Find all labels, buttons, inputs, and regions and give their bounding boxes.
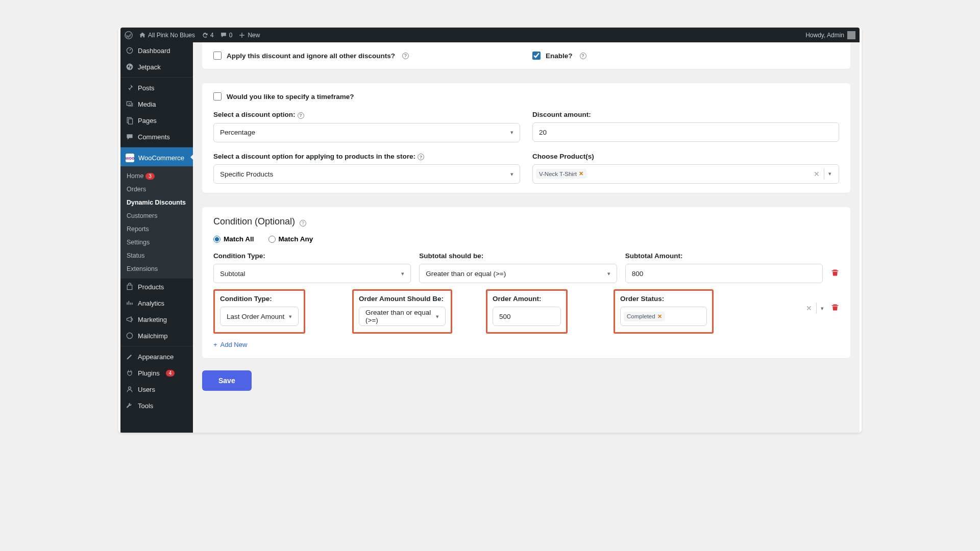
submenu-customers[interactable]: Customers — [120, 209, 193, 222]
match-any-radio[interactable]: Match Any — [268, 235, 313, 243]
panel-discount-settings: Would you like to specify a timeframe? S… — [202, 83, 850, 193]
menu-dashboard[interactable]: Dashboard — [120, 42, 193, 59]
menu-comments[interactable]: Comments — [120, 129, 193, 145]
submenu-status[interactable]: Status — [120, 249, 193, 262]
conditions-title: Condition (Optional) ? — [213, 216, 839, 227]
product-tag: V-Neck T-Shirt✕ — [536, 169, 586, 179]
condition-type-select[interactable]: Last Order Amount▾ — [220, 307, 299, 326]
discount-option-label: Select a discount option:? — [213, 111, 520, 119]
avatar — [847, 31, 855, 39]
comments-indicator[interactable]: 0 — [220, 32, 233, 39]
discount-option-select[interactable]: Percentage▾ — [213, 123, 520, 142]
menu-label: Dashboard — [138, 47, 170, 55]
menu-marketing[interactable]: Marketing — [120, 311, 193, 328]
chevron-down-icon: ▾ — [289, 313, 292, 320]
wp-logo-icon[interactable] — [125, 31, 133, 39]
checkbox-label: Enable? — [546, 52, 573, 60]
help-icon[interactable]: ? — [418, 154, 424, 160]
submenu-extensions[interactable]: Extensions — [120, 262, 193, 276]
submenu-reports[interactable]: Reports — [120, 222, 193, 236]
help-icon[interactable]: ? — [300, 220, 306, 227]
checkbox-label: Would you like to specify a timeframe? — [227, 93, 354, 101]
menu-media[interactable]: Media — [120, 96, 193, 112]
marketing-icon — [126, 315, 134, 323]
svg-point-8 — [129, 387, 131, 389]
menu-appearance[interactable]: Appearance — [120, 346, 193, 365]
apply-products-select[interactable]: Specific Products▾ — [213, 164, 520, 184]
save-button[interactable]: Save — [202, 370, 252, 391]
match-all-radio[interactable]: Match All — [213, 235, 254, 243]
help-icon[interactable]: ? — [580, 53, 586, 59]
timeframe-checkbox[interactable]: Would you like to specify a timeframe? — [213, 92, 839, 101]
status-tag: Completed✕ — [624, 312, 665, 321]
menu-posts[interactable]: Posts — [120, 77, 193, 96]
menu-jetpack[interactable]: Jetpack — [120, 59, 193, 75]
remove-tag-icon[interactable]: ✕ — [657, 313, 662, 320]
clear-all-icon[interactable]: ✕ — [810, 170, 824, 178]
trash-icon — [831, 303, 839, 311]
analytics-icon — [126, 299, 134, 307]
svg-rect-5 — [129, 119, 133, 124]
chevron-down-icon: ▾ — [510, 129, 513, 136]
tag-label: Completed — [627, 313, 655, 319]
subtotal-amount-input[interactable]: 800 — [625, 264, 823, 283]
panel-discount-flags: Apply this discount and ignore all other… — [202, 42, 850, 69]
subtotal-op-select[interactable]: Greater than or equal (>=)▾ — [419, 264, 617, 283]
help-icon[interactable]: ? — [298, 112, 304, 119]
discount-amount-label: Discount amount: — [532, 111, 839, 118]
plus-icon — [238, 32, 246, 39]
order-amount-op-select[interactable]: Greater than or equal (>=)▾ — [359, 307, 446, 326]
select-value: Specific Products — [220, 170, 273, 178]
menu-analytics[interactable]: Analytics — [120, 295, 193, 311]
home-icon — [139, 32, 146, 39]
add-condition-button[interactable]: +Add New — [213, 341, 247, 348]
condition-type-label: Condition Type: — [213, 252, 411, 260]
discount-amount-input[interactable]: 20 — [532, 122, 839, 142]
menu-mailchimp[interactable]: Mailchimp — [120, 328, 193, 344]
menu-label: Analytics — [138, 299, 164, 307]
select-value: Greater than or equal (>=) — [365, 309, 436, 324]
menu-pages[interactable]: Pages — [120, 112, 193, 129]
submenu-dynamic-discounts[interactable]: Dynamic Discounts — [120, 196, 193, 209]
order-status-label: Order Status: — [620, 295, 707, 303]
chevron-down-icon: ▾ — [510, 171, 513, 178]
plugins-badge: 4 — [166, 370, 175, 377]
chevron-down-icon[interactable]: ▾ — [824, 170, 836, 177]
apply-ignore-checkbox[interactable]: Apply this discount and ignore all other… — [213, 52, 520, 60]
menu-label: Mailchimp — [138, 332, 168, 340]
order-status-select[interactable]: Completed✕ — [620, 307, 707, 326]
account-menu[interactable]: Howdy, Admin — [805, 31, 855, 39]
submenu-home[interactable]: Home3 — [120, 169, 193, 183]
menu-woocommerce[interactable]: wooWooCommerce — [120, 147, 193, 166]
howdy-text: Howdy, Admin — [805, 32, 844, 39]
menu-users[interactable]: Users — [120, 381, 193, 397]
input-value: 800 — [632, 270, 644, 278]
menu-label: Comments — [138, 133, 170, 141]
submenu-orders[interactable]: Orders — [120, 183, 193, 196]
svg-point-7 — [127, 333, 132, 338]
delete-condition-button[interactable] — [831, 303, 839, 313]
submenu-settings[interactable]: Settings — [120, 236, 193, 249]
site-link[interactable]: All Pink No Blues — [139, 32, 195, 39]
help-icon[interactable]: ? — [402, 53, 409, 59]
condition-type-select[interactable]: Subtotal▾ — [213, 264, 411, 283]
enable-checkbox[interactable]: Enable?? — [532, 52, 839, 60]
menu-products[interactable]: Products — [120, 279, 193, 295]
plugins-icon — [126, 369, 134, 377]
order-amount-input[interactable]: 500 — [493, 307, 561, 326]
menu-plugins[interactable]: Plugins4 — [120, 365, 193, 381]
main-content: Apply this discount and ignore all other… — [193, 42, 860, 433]
chevron-down-icon[interactable]: ▾ — [817, 305, 828, 312]
choose-products-select[interactable]: V-Neck T-Shirt✕ ✕▾ — [532, 164, 839, 184]
delete-condition-button[interactable] — [831, 252, 839, 279]
match-mode: Match All Match Any — [213, 235, 839, 243]
remove-tag-icon[interactable]: ✕ — [579, 170, 583, 177]
menu-tools[interactable]: Tools — [120, 397, 193, 414]
condition-row: Condition Type: Subtotal▾ Subtotal shoul… — [213, 252, 839, 283]
new-content[interactable]: New — [238, 32, 260, 39]
clear-all-icon[interactable]: ✕ — [802, 304, 816, 312]
refresh-icon — [201, 32, 208, 39]
submenu-woocommerce: Home3 Orders Dynamic Discounts Customers… — [120, 166, 193, 279]
updates-indicator[interactable]: 4 — [201, 32, 214, 39]
pages-icon — [126, 116, 134, 124]
